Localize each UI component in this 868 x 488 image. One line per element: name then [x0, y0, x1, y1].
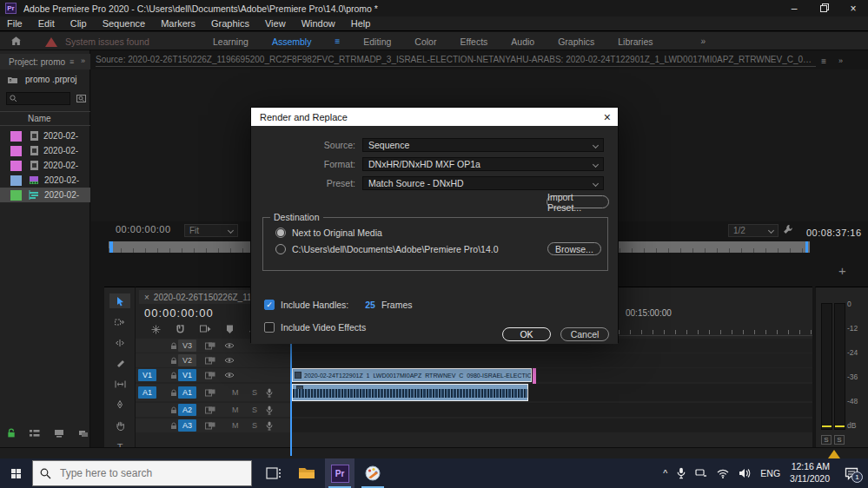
project-item-row[interactable]: 2020-02- [0, 158, 90, 173]
add-marker-icon[interactable] [226, 324, 234, 334]
tray-chevron-icon[interactable]: ^ [663, 468, 667, 478]
clip-trim-handle[interactable] [533, 368, 536, 384]
tab-effects[interactable]: Effects [460, 36, 487, 47]
project-item-row[interactable]: 2020-02- [0, 129, 90, 143]
ripple-edit-tool[interactable] [109, 335, 130, 350]
preset-dropdown[interactable]: Match Source - DNxHD [362, 176, 604, 190]
fit-dropdown[interactable]: Fit [184, 224, 238, 237]
track-target-a1[interactable]: A1 [178, 386, 196, 399]
paint-taskbar-button[interactable] [358, 458, 388, 488]
timeline-timecode[interactable]: 00:00:00:00 [144, 307, 214, 320]
include-handles-checkbox[interactable]: ✓ [264, 300, 275, 310]
project-name-column-header[interactable]: Name [0, 111, 90, 126]
label-color-chip[interactable] [10, 131, 22, 142]
tray-microphone-icon[interactable] [677, 467, 686, 479]
sync-lock-icon[interactable] [205, 406, 215, 414]
lock-icon[interactable] [170, 342, 177, 350]
slip-tool[interactable] [109, 377, 130, 392]
radio-selected-icon[interactable] [275, 228, 286, 238]
radio-unselected-icon[interactable] [275, 244, 286, 254]
import-preset-button[interactable]: Import Preset... [547, 195, 609, 208]
track-target-v3[interactable]: V3 [178, 340, 196, 352]
track-target-a2[interactable]: A2 [178, 404, 196, 416]
mute-button[interactable]: M [232, 406, 239, 414]
source-patch-a1[interactable]: A1 [138, 386, 156, 399]
tab-editing[interactable]: Editing [363, 36, 391, 47]
meter-solo-right[interactable]: S [834, 435, 845, 445]
list-view-icon[interactable] [30, 429, 40, 438]
mute-button[interactable]: M [232, 421, 239, 430]
menu-markers[interactable]: Markers [161, 18, 195, 29]
source-dropdown[interactable]: Sequence [362, 138, 604, 152]
project-item-row-selected[interactable]: 2020-02- [0, 188, 90, 202]
video-clip[interactable]: 2020-02-24T122901Z_1_LWD0017MI0APZ_RTRWN… [292, 368, 532, 382]
tray-wifi-icon[interactable] [717, 469, 729, 478]
action-center-icon[interactable]: 1 [845, 467, 859, 480]
search-bin-icon[interactable] [76, 93, 86, 102]
assembly-tab-menu-icon[interactable]: ≡ [335, 36, 340, 46]
freeform-view-icon[interactable] [78, 429, 89, 438]
tab-graphics[interactable]: Graphics [558, 36, 594, 47]
menu-window[interactable]: Window [301, 18, 335, 29]
hand-tool[interactable] [109, 419, 130, 433]
tab-color[interactable]: Color [414, 36, 436, 47]
voiceover-mic-icon[interactable] [266, 388, 273, 398]
dialog-close-icon[interactable]: × [604, 111, 611, 123]
project-group-overflow-icon[interactable]: » [81, 56, 85, 65]
track-content-a2[interactable] [291, 403, 812, 417]
button-editor-plus-icon[interactable]: + [838, 263, 846, 278]
tray-clock[interactable]: 12:16 AM 3/11/2020 [790, 461, 830, 485]
taskbar-search-input[interactable] [58, 466, 223, 480]
destination-option-path[interactable]: C:\Users\dell\Documents\Adobe\Premiere P… [275, 244, 499, 254]
track-target-a3[interactable]: A3 [178, 419, 196, 432]
menu-sequence[interactable]: Sequence [103, 18, 146, 29]
lock-icon[interactable] [170, 357, 177, 365]
tab-close-icon[interactable]: × [144, 293, 149, 302]
track-output-eye-icon[interactable] [224, 342, 235, 349]
menu-file[interactable]: File [7, 18, 23, 29]
bin-up-icon[interactable] [7, 76, 18, 84]
project-search-input[interactable] [6, 92, 70, 105]
handles-frames-value[interactable]: 25 [365, 300, 375, 310]
project-item-row[interactable]: 2020-02- [0, 143, 90, 158]
lock-icon[interactable] [170, 422, 177, 430]
track-output-eye-icon[interactable] [224, 372, 235, 379]
project-writable-lock-icon[interactable] [7, 428, 16, 438]
audio-clip[interactable] [292, 384, 528, 401]
include-video-effects-checkbox[interactable] [264, 322, 275, 333]
label-color-chip[interactable] [10, 146, 22, 156]
label-color-chip[interactable] [10, 175, 22, 186]
voiceover-mic-icon[interactable] [266, 406, 273, 415]
lock-icon[interactable] [170, 372, 177, 379]
menu-clip[interactable]: Clip [70, 18, 87, 29]
tray-language[interactable]: ENG [760, 468, 780, 478]
tab-learning[interactable]: Learning [213, 36, 248, 47]
tab-assembly[interactable]: Assembly [272, 36, 312, 47]
menu-view[interactable]: View [265, 18, 286, 29]
label-color-chip[interactable] [10, 161, 22, 171]
lock-icon[interactable] [170, 389, 177, 397]
menu-help[interactable]: Help [351, 18, 371, 29]
snap-magnet-icon[interactable] [176, 324, 185, 334]
track-target-v2[interactable]: V2 [178, 354, 196, 366]
track-content-a3[interactable] [291, 419, 812, 432]
home-icon[interactable] [10, 36, 22, 46]
sync-lock-icon[interactable] [205, 357, 215, 365]
resolution-dropdown[interactable]: 1/2 [728, 224, 779, 237]
source-patch-v1[interactable]: V1 [138, 369, 156, 381]
icon-view-icon[interactable] [54, 429, 64, 438]
premiere-taskbar-button[interactable]: Pr [325, 458, 354, 488]
ok-button[interactable]: OK [502, 327, 551, 341]
solo-button[interactable]: S [252, 421, 257, 430]
sync-lock-icon[interactable] [205, 372, 215, 379]
restore-button[interactable] [809, 0, 838, 16]
solo-button[interactable]: S [252, 388, 257, 397]
label-color-chip[interactable] [10, 190, 22, 201]
task-view-button[interactable] [259, 458, 288, 488]
tray-device-icon[interactable] [695, 469, 707, 478]
nest-sequence-icon[interactable] [151, 324, 161, 334]
project-panel-menu-icon[interactable]: ≡ [70, 57, 74, 66]
track-select-forward-tool[interactable] [109, 314, 130, 329]
tab-libraries[interactable]: Libraries [618, 36, 653, 47]
project-item-row[interactable]: 2020-02- [0, 173, 90, 188]
